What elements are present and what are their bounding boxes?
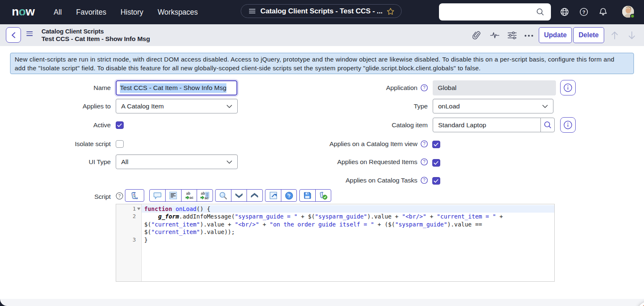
applies-requested-items-help-icon[interactable]: ? [421,158,428,166]
nav-item-favorites[interactable]: Favorites [76,8,106,17]
script-help-icon[interactable]: ? [116,192,123,200]
fold-marker-icon[interactable] [137,208,140,210]
script-syntax-button[interactable] [125,190,144,201]
script-label: Script [0,190,111,203]
svg-text:?: ? [287,193,290,198]
svg-text:ac: ac [190,195,193,200]
application-help-icon[interactable]: ? [421,84,428,92]
context-pill[interactable]: Catalog Client Scripts - Test CCS - ... [241,4,402,18]
applies-to-value: A Catalog Item [121,103,164,110]
application-info-button[interactable] [560,80,576,95]
type-label: Type [235,99,428,113]
svg-text:?: ? [118,193,121,198]
nav-item-history[interactable]: History [120,8,143,17]
find-previous-button[interactable] [247,190,262,201]
catalog-item-info-button[interactable] [560,117,576,133]
form-context-menu-icon[interactable] [26,31,33,36]
editor-help-button[interactable]: ? [281,190,296,201]
back-button[interactable] [6,27,21,43]
editor-code[interactable]: function onLoad() { g_form.addInfoMessag… [142,204,554,281]
form-header-bar: Catalog Client Scripts Test CCS - Cat It… [0,24,644,46]
script-validate-button[interactable] [315,190,331,201]
record-type-title: Catalog Client Scripts [42,28,104,35]
line-number: 3 [116,236,136,244]
main-menu: All Favorites History Workspaces [54,0,198,24]
search-code-icon [219,192,227,200]
nav-item-all[interactable]: All [54,8,62,17]
applies-catalog-view-checkbox[interactable] [432,141,440,149]
replace-button[interactable]: ab ac [181,190,197,201]
info-icon [564,83,572,92]
nav-item-workspaces[interactable]: Workspaces [158,8,198,17]
code-line[interactable]: g_form.addInfoMessage("sysparm_guide = "… [142,213,554,221]
applies-to-select[interactable]: A Catalog Item [116,99,238,113]
svg-text:ac: ac [205,196,209,200]
notifications-icon[interactable] [599,8,608,16]
search-icon[interactable] [536,8,544,16]
info-banner: New client-scripts are run in strict mod… [10,53,634,74]
previous-record-icon[interactable] [610,31,619,40]
update-button[interactable]: Update [539,27,572,43]
search-code-button[interactable] [216,190,231,201]
isolate-script-checkbox[interactable] [116,140,124,148]
code-line[interactable]: $("current_item").value + "<br/>" + "on … [142,221,554,229]
chevron-down-icon [226,160,232,164]
ui-type-value: All [121,158,128,166]
line-number: 1 [116,205,136,213]
banner-line2: add the "Isolate script" field. To disab… [15,64,629,73]
check-icon [434,142,439,147]
svg-text:?: ? [423,86,425,90]
applies-requested-items-label: Applies on Requested Items ? [235,154,428,169]
name-input[interactable]: Test CCS - Cat Item - Show Info Msg [116,80,237,95]
code-line[interactable]: } [142,236,554,244]
toolbar-group-syntax [125,189,144,202]
chevron-down-icon [226,105,232,108]
servicenow-logo[interactable]: now [12,5,35,18]
help-icon[interactable]: ? [579,8,588,16]
svg-text:?: ? [423,142,425,147]
script-code-editor[interactable]: 123 function onLoad() { g_form.addInfoMe… [116,204,555,282]
open-in-window-button[interactable] [265,190,281,201]
catalog-item-input[interactable]: Standard Laptop [433,118,541,132]
applies-catalog-tasks-help-icon[interactable]: ? [421,177,428,184]
active-checkbox[interactable] [116,121,124,129]
list-icon [249,8,255,14]
replace-all-icon: ab ac [200,191,209,200]
type-select[interactable]: onLoad [433,99,553,113]
replace-all-button[interactable]: ab ac [197,190,213,201]
comment-button[interactable] [150,190,166,201]
svg-text:ab: ab [201,191,205,195]
editor-gutter: 123 [116,204,142,281]
check-icon [434,179,439,183]
globe-icon[interactable] [560,8,569,16]
star-icon[interactable] [387,8,395,15]
search-input[interactable] [443,3,535,21]
script-validate-icon [319,191,327,200]
check-icon [117,123,122,127]
lookup-search-icon [544,121,552,129]
activity-stream-icon[interactable] [490,31,499,40]
info-icon [564,121,572,129]
next-record-icon[interactable] [627,31,636,40]
find-previous-icon [251,193,258,198]
format-code-button[interactable] [165,190,181,201]
toolbar-group-window: ? [265,189,297,202]
delete-button[interactable]: Delete [573,27,604,43]
applies-requested-items-checkbox[interactable] [432,159,440,167]
applies-catalog-tasks-checkbox[interactable] [432,177,440,185]
application-label: Application ? [235,80,428,95]
name-label: Name [0,80,111,95]
save-button[interactable] [300,190,315,201]
logo-o: o [19,5,26,18]
code-line[interactable]: function onLoad() { [142,205,554,213]
catalog-item-lookup-button[interactable] [540,118,555,132]
find-next-button[interactable] [231,190,247,201]
personalize-icon[interactable] [507,31,517,40]
next-section-strip [0,299,644,306]
open-in-window-icon [270,192,277,199]
ui-type-select[interactable]: All [116,154,238,169]
applies-catalog-view-help-icon[interactable]: ? [421,140,428,148]
more-options-icon[interactable] [525,35,533,37]
code-line[interactable]: $("current_item").value)); [142,228,554,236]
attachment-icon[interactable] [473,31,481,40]
